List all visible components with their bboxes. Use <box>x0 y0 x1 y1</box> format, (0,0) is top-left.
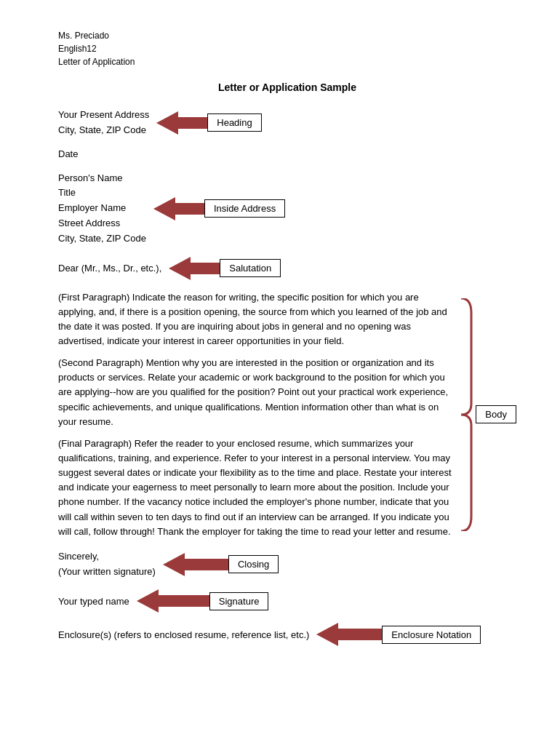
closing-arrow-icon <box>163 553 228 576</box>
inside-address-section: Person's Name Title Employer Name Street… <box>58 171 516 247</box>
enclosure-label: Enclosure Notation <box>382 626 481 644</box>
inside-addr-line2: Title <box>58 186 146 201</box>
header-line1: Ms. Preciado <box>58 29 516 42</box>
body-paragraphs: (First Paragraph) Indicate the reason fo… <box>58 290 455 539</box>
inside-address-arrow-icon <box>153 197 204 220</box>
svg-marker-3 <box>163 553 228 576</box>
closing-line2: (Your written signature) <box>58 565 156 580</box>
body-label: Body <box>476 405 516 423</box>
heading-arrow-group: Heading <box>156 111 261 135</box>
body-section: (First Paragraph) Indicate the reason fo… <box>58 290 516 539</box>
closing-label: Closing <box>228 555 279 573</box>
inside-address-arrow-group: Inside Address <box>153 197 285 220</box>
body-para2: (Second Paragraph) Mention why you are i… <box>58 356 455 429</box>
enclosure-text: Enclosure(s) (refers to enclosed resume,… <box>58 629 309 640</box>
heading-arrow-icon <box>156 111 207 135</box>
inside-address-text: Person's Name Title Employer Name Street… <box>58 171 146 247</box>
header-line2: English12 <box>58 42 516 55</box>
svg-marker-5 <box>316 623 382 646</box>
inside-addr-line5: City, State, ZIP Code <box>58 231 146 247</box>
heading-text: Your Present Address City, State, ZIP Co… <box>58 108 149 138</box>
enclosure-section: Enclosure(s) (refers to enclosed resume,… <box>58 623 516 646</box>
enclosure-arrow-group: Enclosure Notation <box>316 623 481 646</box>
salutation-arrow-icon <box>169 257 220 280</box>
heading-line2: City, State, ZIP Code <box>58 123 149 138</box>
body-brace-icon <box>460 298 473 531</box>
inside-addr-line1: Person's Name <box>58 171 146 186</box>
svg-marker-1 <box>153 197 204 220</box>
signature-arrow-group: Signature <box>137 589 269 613</box>
closing-line1: Sincerely, <box>58 549 156 565</box>
body-para3: (Final Paragraph) Refer the reader to yo… <box>58 437 455 539</box>
body-para1: (First Paragraph) Indicate the reason fo… <box>58 290 455 349</box>
heading-label: Heading <box>207 113 261 132</box>
closing-section: Sincerely, (Your written signature) Clos… <box>58 549 516 580</box>
signature-arrow-icon <box>137 589 209 613</box>
inside-addr-line3: Employer Name <box>58 201 146 216</box>
date-text: Date <box>58 148 516 159</box>
inside-addr-line4: Street Address <box>58 216 146 231</box>
signature-text: Your typed name <box>58 596 129 607</box>
heading-section: Your Present Address City, State, ZIP Co… <box>58 108 516 138</box>
salutation-arrow-group: Salutation <box>169 257 281 280</box>
svg-marker-2 <box>169 257 220 280</box>
svg-marker-0 <box>156 111 207 135</box>
body-label-group: Body <box>460 290 516 539</box>
closing-text: Sincerely, (Your written signature) <box>58 549 156 580</box>
salutation-label: Salutation <box>220 259 281 277</box>
salutation-section: Dear (Mr., Ms., Dr., etc.), Salutation <box>58 257 516 280</box>
signature-label: Signature <box>209 592 269 610</box>
salutation-text: Dear (Mr., Ms., Dr., etc.), <box>58 263 161 274</box>
heading-line1: Your Present Address <box>58 108 149 123</box>
svg-marker-4 <box>137 589 209 613</box>
enclosure-arrow-icon <box>316 623 382 646</box>
closing-arrow-group: Closing <box>163 553 279 576</box>
inside-address-label: Inside Address <box>204 199 285 218</box>
header-info: Ms. Preciado English12 Letter of Applica… <box>58 29 516 68</box>
page-title: Letter or Application Sample <box>58 81 516 93</box>
date-section: Date <box>58 148 516 159</box>
header-line3: Letter of Application <box>58 55 516 68</box>
signature-section: Your typed name Signature <box>58 589 516 613</box>
